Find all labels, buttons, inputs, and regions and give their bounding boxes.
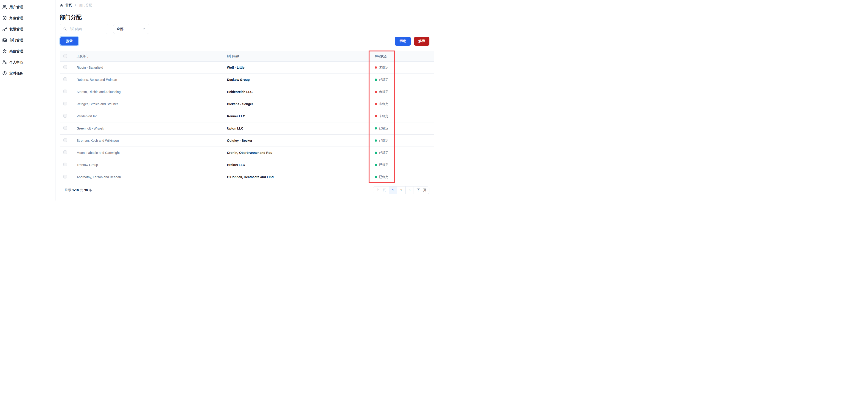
department-name-cell: Dickens - Senger: [227, 102, 375, 106]
table-row: Trantow Group Brakus LLC 已绑定: [60, 159, 434, 171]
breadcrumb: 首页 部门分配: [60, 3, 429, 8]
filter-bar: 全部: [60, 24, 429, 34]
search-button[interactable]: 搜索: [60, 37, 78, 46]
chevron-right-icon: [74, 4, 77, 7]
status-dot-icon: [375, 176, 377, 178]
department-name-cell: Quigley - Becker: [227, 139, 375, 142]
status-dot-icon: [375, 139, 377, 142]
sidebar-item-1[interactable]: 用户管理: [0, 2, 56, 12]
table-row: Abernathy, Larson and Beahan O'Connell, …: [60, 171, 434, 183]
page-title: 部门分配: [60, 14, 429, 21]
status-label: 已绑定: [379, 175, 389, 179]
sidebar-item-4[interactable]: 部门管理: [0, 35, 56, 46]
status-dot-icon: [375, 91, 377, 93]
pagination-prev-button[interactable]: 上一页: [373, 187, 389, 194]
row-checkbox[interactable]: [63, 65, 67, 69]
sidebar-item-label: 定时任务: [9, 71, 23, 76]
binding-status-cell: 未绑定: [375, 65, 434, 69]
parent-department-cell: Abernathy, Larson and Beahan: [76, 175, 227, 179]
department-name-cell: Renner LLC: [227, 114, 375, 118]
row-checkbox[interactable]: [63, 163, 67, 166]
row-checkbox[interactable]: [63, 102, 67, 106]
department-name-cell: Brakus LLC: [227, 163, 375, 167]
pagination-next-button[interactable]: 下一页: [413, 187, 429, 194]
pagination-summary: 显示 1-10 共 30 条: [65, 188, 92, 192]
header-binding-status: 绑定状态: [375, 54, 434, 58]
status-dot-icon: [375, 66, 377, 69]
department-search-box: [60, 24, 108, 34]
sidebar-item-7[interactable]: 定时任务: [0, 68, 56, 79]
department-icon: [2, 38, 7, 43]
binding-status-cell: 已绑定: [375, 139, 434, 143]
status-label: 已绑定: [379, 163, 389, 167]
home-icon: [60, 3, 63, 7]
parent-department-cell: Roberts, Bosco and Erdman: [76, 78, 227, 82]
departments-table: 上级部门 部门名称 绑定状态 Rippin - Satterfield Wolf…: [60, 51, 434, 183]
search-icon: [63, 27, 67, 31]
pagination-page-3[interactable]: 3: [405, 187, 413, 194]
sidebar-item-2[interactable]: 角色管理: [0, 12, 56, 24]
key-icon: [2, 27, 7, 32]
department-name-cell: Deckow Group: [227, 78, 375, 82]
parent-department-cell: Greenholt - Wisozk: [76, 126, 227, 130]
status-filter-select[interactable]: 全部: [113, 24, 149, 34]
parent-department-cell: Vandervort Inc: [76, 114, 227, 118]
sidebar-item-label: 岗位管理: [9, 49, 23, 54]
status-dot-icon: [375, 103, 377, 105]
breadcrumb-current: 部门分配: [79, 3, 92, 7]
sidebar-item-label: 角色管理: [9, 16, 23, 21]
row-checkbox[interactable]: [63, 175, 67, 178]
table-header-row: 上级部门 部门名称 绑定状态: [60, 51, 434, 62]
table-footer: 显示 1-10 共 30 条 上一页123下一页: [60, 183, 429, 197]
parent-department-cell: Stamm, Ritchie and Ankunding: [76, 90, 227, 94]
sidebar-item-5[interactable]: 岗位管理: [0, 46, 56, 57]
status-label: 未绑定: [379, 114, 389, 118]
department-name-cell: Heidenreich LLC: [227, 90, 375, 94]
summary-range: 1-10: [72, 188, 79, 192]
table-row: Reinger, Streich and Steuber Dickens - S…: [60, 98, 434, 110]
sidebar: 用户管理角色管理权限管理部门管理岗位管理个人中心定时任务: [0, 0, 56, 200]
unbind-button[interactable]: 解绑: [414, 37, 429, 46]
status-dot-icon: [375, 127, 377, 130]
row-checkbox[interactable]: [63, 90, 67, 93]
binding-status-cell: 未绑定: [375, 102, 434, 106]
user-gear-icon: [2, 60, 7, 65]
row-checkbox[interactable]: [63, 126, 67, 130]
row-checkbox[interactable]: [63, 138, 67, 142]
clock-icon: [2, 71, 7, 76]
row-checkbox[interactable]: [63, 77, 67, 81]
pagination: 上一页123下一页: [373, 186, 429, 194]
sidebar-item-6[interactable]: 个人中心: [0, 57, 56, 68]
header-department-name: 部门名称: [227, 54, 375, 58]
department-name-cell: Upton LLC: [227, 126, 375, 130]
binding-status-cell: 已绑定: [375, 126, 434, 131]
select-all-checkbox[interactable]: [63, 54, 67, 58]
status-dot-icon: [375, 164, 377, 166]
main-content: 首页 部门分配 部门分配 全部 搜索 绑定 解绑: [56, 3, 434, 197]
pagination-page-1[interactable]: 1: [389, 187, 397, 194]
department-name-cell: Cronin, Oberbrunner and Rau: [227, 151, 375, 154]
summary-unit-label: 条: [89, 188, 92, 192]
bind-button[interactable]: 绑定: [395, 37, 411, 46]
sidebar-item-label: 个人中心: [9, 60, 23, 64]
search-input[interactable]: [69, 27, 105, 31]
parent-department-cell: Reinger, Streich and Steuber: [76, 102, 227, 106]
summary-show-label: 显示: [65, 188, 71, 192]
row-checkbox[interactable]: [63, 114, 67, 118]
status-label: 未绑定: [379, 102, 389, 106]
row-checkbox[interactable]: [63, 150, 67, 154]
department-name-cell: Wolf - Little: [227, 66, 375, 69]
users-icon: [2, 5, 7, 10]
breadcrumb-home-link[interactable]: 首页: [60, 3, 72, 7]
summary-total: 30: [84, 188, 88, 192]
status-dot-icon: [375, 79, 377, 81]
sidebar-nav: 用户管理角色管理权限管理部门管理岗位管理个人中心定时任务: [0, 2, 56, 79]
sidebar-item-label: 用户管理: [9, 5, 23, 9]
binding-status-cell: 未绑定: [375, 114, 434, 118]
status-dot-icon: [375, 115, 377, 117]
table-row: Rippin - Satterfield Wolf - Little 未绑定: [60, 62, 434, 74]
header-parent-department: 上级部门: [76, 54, 227, 58]
sidebar-item-3[interactable]: 权限管理: [0, 24, 56, 35]
pagination-page-2[interactable]: 2: [397, 187, 405, 194]
table-body: Rippin - Satterfield Wolf - Little 未绑定 R…: [60, 62, 434, 183]
